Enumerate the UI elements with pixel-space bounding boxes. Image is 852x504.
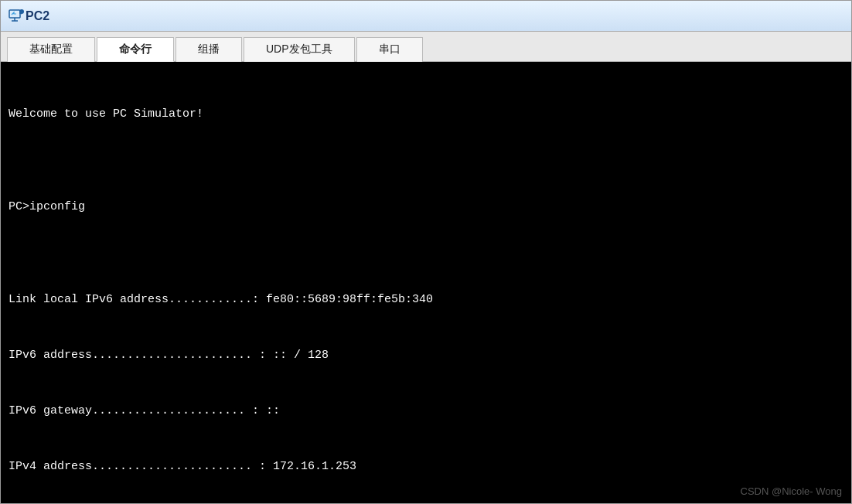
tab-multicast[interactable]: 组播 [176,37,242,62]
terminal-line-5: IPv6 address....................... : ::… [9,346,843,365]
watermark: CSDN @Nicole- Wong [741,485,842,497]
terminal-line-0: Welcome to use PC Simulator! [9,105,843,124]
terminal-line-2: PC>ipconfig [9,198,843,216]
tab-udp-tool[interactable]: UDP发包工具 [244,37,355,62]
terminal-output: Welcome to use PC Simulator! PC>ipconfig… [9,68,843,503]
terminal-line-4: Link local IPv6 address............: fe8… [9,291,843,309]
terminal-line-7: IPv4 address....................... : 17… [9,458,843,476]
terminal-area[interactable]: Welcome to use PC Simulator! PC>ipconfig… [1,62,851,503]
window-title: PC2 [26,9,49,23]
tab-command-line[interactable]: 命令行 [97,37,174,62]
tab-bar: 基础配置 命令行 组播 UDP发包工具 串口 [1,32,851,62]
terminal-line-6: IPv6 gateway...................... : :: [9,402,843,421]
pc-icon [9,8,26,25]
main-window: PC2 基础配置 命令行 组播 UDP发包工具 串口 Welcome to us… [0,0,852,504]
tab-serial[interactable]: 串口 [356,37,423,62]
title-bar: PC2 [1,1,851,32]
tab-basic-config[interactable]: 基础配置 [7,37,95,62]
